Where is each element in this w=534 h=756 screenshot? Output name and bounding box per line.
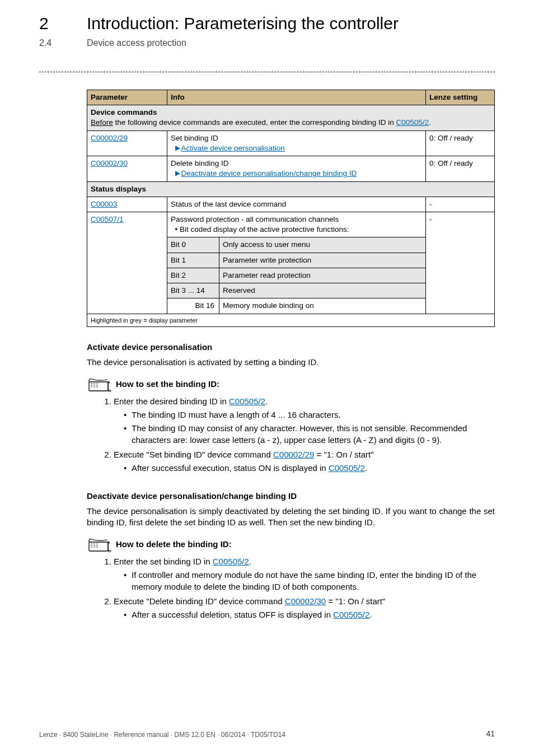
step-a-1-post: .	[265, 396, 268, 406]
step-b-1: Enter the set binding ID in C00505/2. If…	[114, 556, 495, 592]
separator	[39, 72, 495, 72]
dc-note-before: Before	[91, 118, 113, 127]
howto-icon	[87, 376, 113, 393]
step-a-2-sub-post: .	[365, 463, 367, 473]
th-info: Info	[167, 90, 426, 105]
step-a-2-link[interactable]: C00002/29	[273, 450, 314, 459]
row4-code: C00507/1	[87, 212, 167, 314]
row2-info-line1: Delete binding ID	[171, 159, 229, 167]
section-a-steps: Enter the desired binding ID in C00505/2…	[87, 396, 495, 474]
row2-info: Delete binding ID ▶Deactivate device per…	[167, 156, 426, 181]
step-b-2-post: = "1: On / start"	[326, 596, 385, 606]
step-a-2-sub-link[interactable]: C00505/2	[329, 463, 365, 473]
step-b-1-post: .	[249, 557, 251, 566]
step-b-2-pre: Execute "Delete binding ID" device comma…	[114, 596, 285, 606]
triangle-icon: ▶	[175, 143, 180, 152]
bit16-key: Bit 16	[167, 298, 219, 314]
dc-note-post: .	[429, 118, 431, 127]
th-lenze: Lenze setting	[426, 90, 495, 105]
bit0-val: Only access to user menu	[219, 237, 426, 253]
step-a-2: Execute "Set binding ID" device command …	[114, 449, 495, 474]
svg-rect-0	[89, 382, 108, 391]
bit1-val: Parameter write protection	[219, 253, 426, 268]
section-b-intro: The device personalisation is simply dea…	[87, 506, 495, 529]
step-b-1-link[interactable]: C00505/2	[213, 557, 249, 566]
step-a-1: Enter the desired binding ID in C00505/2…	[114, 396, 495, 446]
section-title: Device access protection	[87, 37, 186, 49]
bit2-val: Parameter read protection	[219, 268, 426, 283]
step-a-1-sub2: The binding ID may consist of any charac…	[124, 423, 495, 446]
page-number: 41	[486, 729, 495, 739]
step-b-2-link[interactable]: C00002/30	[285, 596, 326, 606]
bit3-val: Reserved	[219, 283, 426, 298]
device-commands-label: Device commands	[91, 108, 157, 116]
row3-info: Status of the last device command	[167, 197, 426, 212]
status-displays-row: Status displays	[87, 181, 495, 197]
step-a-2-pre: Execute "Set binding ID" device command	[114, 450, 273, 459]
row3-code: C00003	[87, 197, 167, 212]
section-a-heading: Activate device personalisation	[87, 342, 495, 353]
step-b-2-sub-post: .	[369, 610, 372, 619]
step-a-1-sub1: The binding ID must have a length of 4 .…	[124, 409, 495, 421]
step-a-2-post: = "1: On / start"	[314, 450, 373, 459]
step-a-1-pre: Enter the desired binding ID in	[114, 396, 229, 406]
row1-code: C00002/29	[87, 130, 167, 156]
row4-code-link[interactable]: C00507/1	[91, 215, 124, 223]
step-a-1-link[interactable]: C00505/2	[229, 396, 265, 406]
th-parameter: Parameter	[87, 90, 167, 105]
row4-info-line1: Password protection - all communication …	[171, 215, 339, 223]
section-b-steps: Enter the set binding ID in C00505/2. If…	[87, 556, 495, 620]
row2-code-link[interactable]: C00002/30	[91, 159, 128, 167]
svg-rect-11	[89, 542, 108, 551]
device-commands-row: Device commands Before the following dev…	[87, 105, 495, 130]
bit1-key: Bit 1	[167, 253, 219, 268]
chapter-number: 2	[39, 12, 49, 35]
section-number: 2.4	[39, 37, 51, 49]
bit2-key: Bit 2	[167, 268, 219, 283]
row4-lenze: -	[426, 212, 495, 314]
section-a-intro: The device personalisation is activated …	[87, 357, 495, 368]
row1-info-line1: Set binding ID	[171, 134, 218, 142]
step-b-2-sub-pre: After a successful deletion, status OFF …	[132, 610, 333, 619]
table-footnote: Highlighted in grey = display parameter	[87, 314, 495, 327]
step-b-2-sub: After a successful deletion, status OFF …	[124, 609, 495, 620]
dc-note-mid: the following device commands are execut…	[113, 118, 396, 127]
chapter-title: Introduction: Parameterising the control…	[87, 12, 399, 35]
parameter-table: Parameter Info Lenze setting Device comm…	[87, 90, 495, 327]
step-b-2: Execute "Delete binding ID" device comma…	[114, 596, 495, 621]
row4-info-line2: • Bit coded display of the active protec…	[175, 225, 349, 234]
bit0-key: Bit 0	[167, 237, 219, 253]
step-b-1-pre: Enter the set binding ID in	[114, 557, 213, 566]
bit16-val: Memory module binding on	[219, 298, 426, 314]
section-b-heading: Deactivate device personalisation/change…	[87, 491, 495, 502]
howto-b-text: How to delete the binding ID:	[116, 539, 232, 550]
triangle-icon: ▶	[175, 169, 180, 178]
step-b-2-sub-link[interactable]: C00505/2	[333, 610, 369, 619]
row2-lenze: 0: Off / ready	[426, 156, 495, 181]
howto-a-text: How to set the binding ID:	[116, 379, 219, 390]
bit3-key: Bit 3 ... 14	[167, 283, 219, 298]
dc-note-link[interactable]: C00505/2	[396, 118, 429, 127]
row3-code-link[interactable]: C00003	[91, 200, 117, 208]
step-a-2-sub: After successful execution, status ON is…	[124, 463, 495, 474]
row2-code: C00002/30	[87, 156, 167, 181]
footer-text: Lenze · 8400 StateLine · Reference manua…	[39, 730, 285, 739]
row3-lenze: -	[426, 197, 495, 212]
row1-info-link[interactable]: Activate device personalisation	[181, 144, 285, 152]
step-a-2-sub-pre: After successful execution, status ON is…	[132, 463, 329, 473]
row4-info: Password protection - all communication …	[167, 212, 426, 237]
row2-info-link[interactable]: Deactivate device personalisation/change…	[181, 169, 357, 178]
step-b-1-sub1: If controller and memory module do not h…	[124, 570, 495, 592]
row1-info: Set binding ID ▶Activate device personal…	[167, 130, 426, 156]
row1-code-link[interactable]: C00002/29	[91, 134, 128, 142]
row1-lenze: 0: Off / ready	[426, 130, 495, 156]
howto-icon	[87, 536, 113, 553]
